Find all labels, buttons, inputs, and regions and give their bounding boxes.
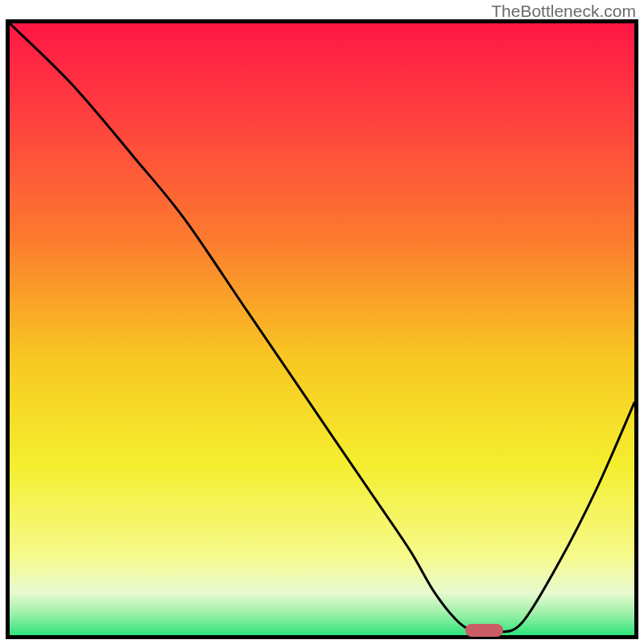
watermark-text: TheBottleneck.com <box>491 2 636 21</box>
optimum-marker <box>465 624 503 636</box>
plot-svg <box>10 23 634 635</box>
bottleneck-plot <box>10 23 634 635</box>
plot-background <box>10 23 634 635</box>
